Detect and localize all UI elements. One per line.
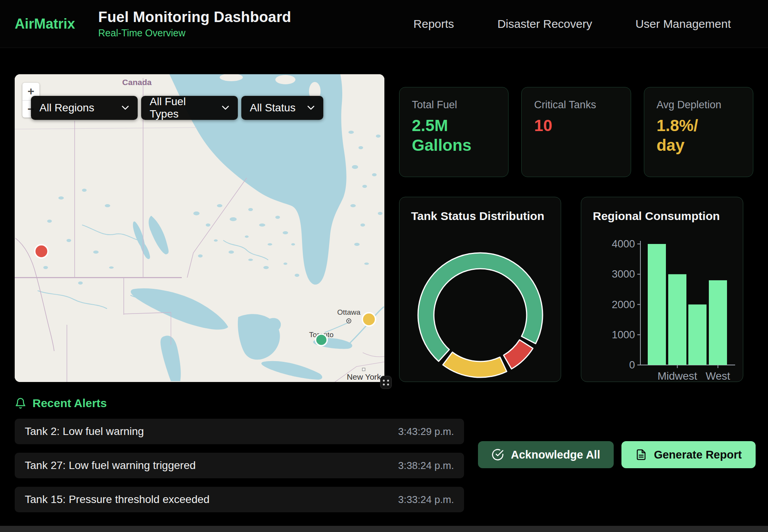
bar-series-0[interactable] <box>648 244 666 365</box>
bell-icon <box>15 397 26 409</box>
stat-value: 10 <box>534 116 604 135</box>
fuel-type-filter-label: All Fuel Types <box>150 95 212 120</box>
nav-item-user-management[interactable]: User Management <box>635 17 731 31</box>
stat-card-total-fuel: Total Fuel 2.5M Gallons <box>399 87 509 177</box>
town-icon-dot <box>348 320 350 322</box>
main-nav: Reports Disaster Recovery User Managemen… <box>413 17 731 31</box>
footer-bar <box>0 526 768 532</box>
map-resize-handle[interactable] <box>380 376 392 389</box>
stat-card-avg-depletion: Avg Depletion 1.8%/day <box>644 87 753 177</box>
generate-report-label: Generate Report <box>654 448 742 461</box>
fuel-map[interactable]: CanadaOttawaTorontoNew York <box>15 74 384 382</box>
app-header: AirMatrix Fuel Monitoring Dashboard Real… <box>0 0 768 48</box>
report-file-icon <box>635 449 647 460</box>
brand-logo: AirMatrix <box>15 16 75 32</box>
chevron-down-icon <box>222 105 229 111</box>
stat-label: Critical Tanks <box>534 99 618 111</box>
region-filter-dropdown[interactable]: All Regions <box>31 96 138 120</box>
alert-row[interactable]: Tank 2: Low fuel warning 3:43:29 p.m. <box>15 419 464 444</box>
title-block: Fuel Monitoring Dashboard Real-Time Over… <box>98 9 291 39</box>
fuel-type-filter-dropdown[interactable]: All Fuel Types <box>141 96 238 120</box>
donut-segment-critical[interactable] <box>503 340 533 369</box>
bar-West[interactable] <box>709 280 727 365</box>
alert-row[interactable]: Tank 15: Pressure threshold exceeded 3:3… <box>15 487 464 512</box>
alert-text: Tank 15: Pressure threshold exceeded <box>25 493 210 506</box>
acknowledge-all-button[interactable]: Acknowledge All <box>478 441 614 468</box>
alert-text: Tank 2: Low fuel warning <box>25 425 144 438</box>
generate-report-button[interactable]: Generate Report <box>621 441 756 468</box>
stat-label: Avg Depletion <box>657 99 741 111</box>
nav-item-reports[interactable]: Reports <box>413 17 454 31</box>
stat-cards: Total Fuel 2.5M Gallons Critical Tanks 1… <box>399 87 753 177</box>
bar-Midwest[interactable] <box>668 274 686 365</box>
region-filter-label: All Regions <box>39 102 94 114</box>
town-icon <box>362 368 365 371</box>
alert-timestamp: 3:38:24 p.m. <box>398 460 454 472</box>
regional-consumption-bar-chart: 01000200030004000MidwestWest <box>581 197 744 382</box>
donut-segment-warning[interactable] <box>443 352 507 377</box>
status-filter-dropdown[interactable]: All Status <box>241 96 323 120</box>
chevron-down-icon <box>307 105 315 111</box>
map-label-ottawa: Ottawa <box>337 308 361 316</box>
map-filter-bar: All Regions All Fuel Types All Status <box>31 96 323 120</box>
chevron-down-icon <box>121 105 129 111</box>
alert-text: Tank 27: Low fuel warning triggered <box>25 459 196 472</box>
recent-alerts-header: Recent Alerts <box>15 397 107 410</box>
y-axis-tick-label: 3000 <box>612 268 635 280</box>
y-axis-tick-label: 0 <box>629 359 635 371</box>
stat-value: 2.5M Gallons <box>412 116 481 155</box>
map-label-newyork: New York <box>347 372 381 381</box>
bar-series-2[interactable] <box>688 305 707 365</box>
tank-marker-warning[interactable] <box>362 313 375 326</box>
alert-timestamp: 3:33:24 p.m. <box>398 494 454 506</box>
stat-value: 1.8%/day <box>657 116 704 155</box>
map-canvas: CanadaOttawaTorontoNew York <box>15 74 384 382</box>
tank-status-panel: Tank Status Distribution <box>399 197 561 382</box>
status-filter-label: All Status <box>250 102 295 114</box>
y-axis-tick-label: 4000 <box>612 238 635 250</box>
nav-item-disaster-recovery[interactable]: Disaster Recovery <box>497 17 592 31</box>
recent-alerts-title: Recent Alerts <box>32 397 107 410</box>
tank-marker-normal[interactable] <box>316 334 327 346</box>
tank-marker-critical[interactable] <box>35 245 48 258</box>
y-axis-tick-label: 2000 <box>612 299 635 310</box>
page-subtitle: Real-Time Overview <box>98 27 291 39</box>
x-axis-tick-label: West <box>706 370 730 382</box>
stat-label: Total Fuel <box>412 99 496 111</box>
acknowledge-all-label: Acknowledge All <box>511 448 600 461</box>
y-axis-tick-label: 1000 <box>612 329 635 341</box>
map-label-canada: Canada <box>122 78 152 87</box>
alert-timestamp: 3:43:29 p.m. <box>398 426 454 438</box>
regional-consumption-panel: Regional Consumption 01000200030004000Mi… <box>581 197 743 382</box>
stat-card-critical-tanks: Critical Tanks 10 <box>521 87 631 177</box>
alert-row[interactable]: Tank 27: Low fuel warning triggered 3:38… <box>15 453 464 478</box>
page-title: Fuel Monitoring Dashboard <box>98 9 291 26</box>
x-axis-tick-label: Midwest <box>657 370 697 382</box>
tank-status-donut-chart <box>399 197 561 382</box>
check-circle-icon <box>492 448 504 461</box>
